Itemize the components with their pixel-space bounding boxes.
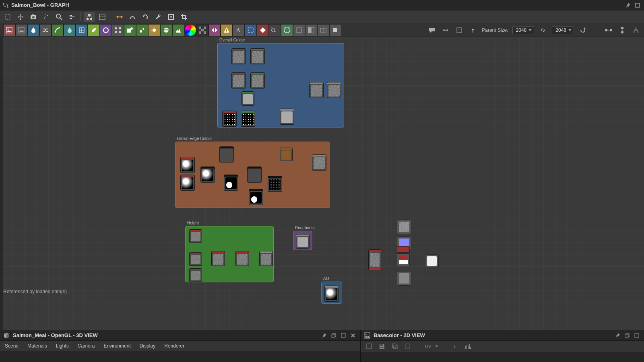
atom-tiles-icon[interactable]: [112, 24, 124, 36]
export-icon[interactable]: [468, 25, 478, 35]
node[interactable]: [280, 109, 294, 125]
node[interactable]: [189, 252, 202, 266]
atom-text-icon[interactable]: A: [233, 24, 245, 36]
node[interactable]: [250, 48, 265, 64]
output-basecolor[interactable]: [397, 220, 411, 234]
menu-materials[interactable]: Materials: [27, 343, 47, 349]
node[interactable]: [219, 146, 234, 162]
node[interactable]: [249, 189, 263, 205]
node[interactable]: [180, 175, 195, 191]
restore-icon[interactable]: [330, 331, 338, 339]
crop-icon[interactable]: [179, 12, 189, 22]
node[interactable]: [296, 234, 310, 249]
atom-box2-icon[interactable]: [305, 24, 317, 36]
connector-icon[interactable]: [114, 12, 125, 22]
atom-diamond-icon[interactable]: [257, 24, 269, 36]
pin-icon[interactable]: [624, 1, 632, 9]
atom-svg-icon[interactable]: [15, 24, 27, 36]
node[interactable]: [224, 175, 238, 191]
output-preview[interactable]: [425, 254, 439, 268]
menu-scene[interactable]: Scene: [5, 343, 19, 349]
atom-leaf-icon[interactable]: [88, 24, 100, 36]
atom-mirror-icon[interactable]: [208, 24, 221, 36]
link-icon[interactable]: [538, 25, 548, 35]
atom-levels-icon[interactable]: [136, 24, 148, 36]
atom-circle-icon[interactable]: [100, 24, 112, 36]
node[interactable]: [222, 111, 237, 127]
maximize-icon[interactable]: [633, 331, 641, 339]
maximize-icon[interactable]: [339, 331, 347, 339]
node[interactable]: [309, 82, 324, 98]
atom-box1-icon[interactable]: [293, 24, 305, 36]
atom-shuffle-icon[interactable]: [39, 24, 52, 36]
node[interactable]: [189, 268, 202, 282]
graph-canvas[interactable]: Overall Colour Brown Edge Colour Height: [0, 37, 644, 330]
atom-box4-icon[interactable]: [329, 24, 341, 36]
atom-warning-icon[interactable]: [221, 24, 233, 36]
search-icon[interactable]: [54, 12, 64, 22]
frame-icon[interactable]: [166, 12, 176, 22]
reset-icon[interactable]: [578, 25, 588, 35]
atom-sun-icon[interactable]: [148, 24, 160, 36]
atom-box3-icon[interactable]: [317, 24, 329, 36]
atom-bitmap-icon[interactable]: [3, 24, 15, 36]
output-metallic[interactable]: [397, 246, 410, 253]
chevron-down-icon[interactable]: [435, 345, 438, 348]
move-tool-icon[interactable]: [15, 12, 26, 22]
node[interactable]: [235, 251, 249, 266]
menu-display[interactable]: Display: [140, 343, 155, 349]
node[interactable]: [241, 111, 255, 127]
save-icon[interactable]: [378, 342, 386, 351]
paste-icon[interactable]: [403, 342, 412, 351]
menu-camera[interactable]: Camera: [78, 343, 95, 349]
panel-icon[interactable]: [97, 12, 107, 22]
node[interactable]: [247, 167, 262, 183]
info2-icon[interactable]: i: [451, 342, 460, 351]
maximize-icon[interactable]: [634, 1, 642, 9]
node-material[interactable]: [368, 249, 381, 270]
menu-environment[interactable]: Environment: [103, 343, 130, 349]
atom-curve-icon[interactable]: [52, 24, 64, 36]
output-roughness[interactable]: [397, 253, 410, 266]
import-icon[interactable]: [454, 25, 464, 35]
comment-icon[interactable]: [427, 25, 437, 35]
nodes-icon[interactable]: [604, 25, 613, 35]
pin2-icon[interactable]: [441, 25, 450, 35]
node[interactable]: [231, 48, 246, 64]
output-height[interactable]: [397, 271, 411, 286]
node[interactable]: [200, 167, 215, 183]
atom-mesh-icon[interactable]: [281, 24, 293, 36]
node[interactable]: [312, 154, 326, 171]
node[interactable]: [189, 229, 202, 243]
camera-icon[interactable]: [28, 12, 39, 22]
atom-checker-icon[interactable]: [196, 24, 208, 36]
atom-grid-icon[interactable]: [76, 24, 88, 36]
node[interactable]: [231, 72, 246, 88]
atom-add-icon[interactable]: [124, 24, 136, 36]
node[interactable]: [211, 251, 225, 266]
atom-01-icon[interactable]: 01: [269, 24, 281, 36]
node[interactable]: [324, 286, 339, 302]
layout-icon[interactable]: [617, 25, 627, 35]
copy-icon[interactable]: [390, 342, 399, 351]
node[interactable]: [180, 157, 195, 173]
node[interactable]: [280, 148, 293, 161]
atom-blend-icon[interactable]: [27, 24, 39, 36]
atom-bounds-icon[interactable]: [245, 24, 257, 36]
node[interactable]: [327, 82, 341, 98]
pin-icon[interactable]: [613, 331, 621, 339]
hierarchy-icon[interactable]: [84, 12, 95, 22]
node[interactable]: [242, 91, 254, 106]
parent-height-select[interactable]: 2048: [552, 26, 574, 34]
menu-renderer[interactable]: Renderer: [164, 343, 184, 349]
curve-icon[interactable]: [127, 12, 138, 22]
close-icon[interactable]: [349, 331, 357, 339]
node[interactable]: [250, 72, 265, 88]
focus-tool-icon[interactable]: [2, 12, 13, 22]
refresh-icon[interactable]: [140, 12, 151, 22]
wrench-icon[interactable]: [153, 12, 163, 22]
parent-width-select[interactable]: 2048: [512, 26, 535, 34]
node[interactable]: [268, 176, 282, 192]
atom-hue-icon[interactable]: [184, 24, 196, 36]
atom-histogram-icon[interactable]: [172, 24, 184, 36]
